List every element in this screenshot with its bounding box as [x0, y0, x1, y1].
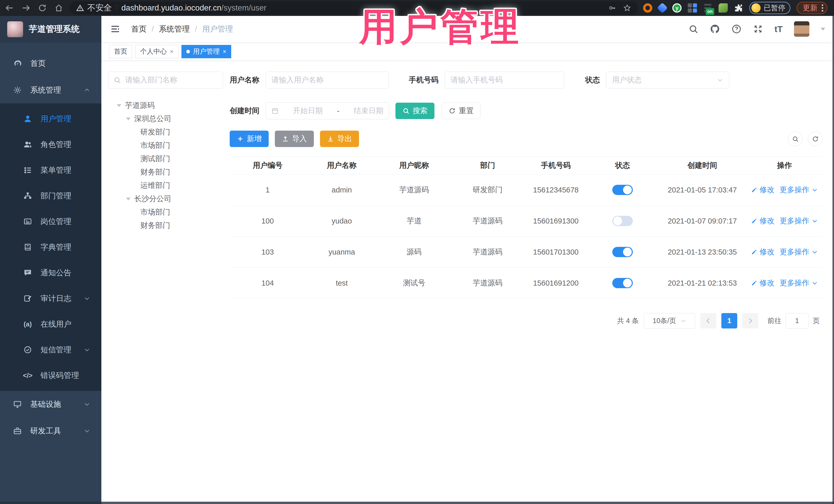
edit-link[interactable]: 修改: [751, 278, 774, 288]
tree-node[interactable]: 运维部门: [108, 179, 223, 192]
sidebar-item-error-code[interactable]: </>错误码管理: [0, 363, 101, 388]
github-icon[interactable]: [710, 24, 720, 34]
tree-node[interactable]: 长沙分公司: [108, 192, 223, 205]
browser-back-icon[interactable]: [5, 4, 14, 12]
add-button[interactable]: 新增: [230, 131, 269, 147]
status-toggle[interactable]: [612, 216, 633, 226]
edit-link[interactable]: 修改: [751, 185, 774, 195]
browser-profile-badge[interactable]: 已暂停: [749, 2, 790, 14]
status-select[interactable]: 用户状态: [606, 72, 729, 89]
prev-page-button[interactable]: [700, 313, 716, 328]
address-bar[interactable]: 不安全 dashboard.yudao.iocoder.cn/system/us…: [69, 2, 638, 14]
app-logo-row[interactable]: 芋道管理系统: [0, 16, 101, 42]
header-search-icon[interactable]: [688, 24, 699, 34]
tree-node[interactable]: 市场部门: [108, 139, 223, 152]
import-button-label: 导入: [292, 134, 307, 144]
tree-node[interactable]: 深圳总公司: [108, 112, 223, 126]
status-toggle[interactable]: [612, 247, 633, 257]
chevron-down-icon: [82, 346, 92, 353]
goto-page-input[interactable]: 1: [786, 313, 809, 328]
extension-ring-icon[interactable]: [643, 3, 652, 13]
sidebar-item-sms[interactable]: 短信管理: [0, 337, 101, 363]
fullscreen-icon[interactable]: [753, 24, 763, 34]
security-warning[interactable]: 不安全: [76, 2, 112, 14]
password-key-icon[interactable]: [608, 4, 616, 12]
extension-leaf-icon[interactable]: [719, 3, 728, 13]
refresh-table-button[interactable]: [808, 131, 823, 146]
sidebar-item-label: 岗位管理: [41, 216, 71, 227]
extensions-puzzle-icon[interactable]: [734, 3, 743, 13]
tree-node[interactable]: 财务部门: [108, 166, 223, 179]
tree-expand-caret-icon[interactable]: [126, 198, 131, 200]
edit-link[interactable]: 修改: [751, 216, 774, 226]
mobile-input[interactable]: 请输入手机号码: [445, 72, 564, 89]
export-button[interactable]: 导出: [320, 131, 359, 147]
font-size-icon[interactable]: tT: [774, 25, 783, 34]
sidebar-item-audit-log[interactable]: 审计日志: [0, 286, 101, 311]
sidebar-item-dept-management[interactable]: 部门管理: [0, 183, 101, 209]
browser-reload-icon[interactable]: [38, 4, 47, 12]
breadcrumb-item[interactable]: 首页: [131, 24, 147, 35]
status-toggle[interactable]: [612, 185, 633, 195]
sidebar-item-online-users[interactable]: (a)在线用户: [0, 311, 101, 337]
sidebar-item-user-management[interactable]: 用户管理: [0, 106, 101, 132]
more-actions-link[interactable]: 更多操作: [780, 278, 818, 288]
avatar-caret-down-icon[interactable]: [821, 28, 825, 30]
sidebar-item-system[interactable]: 系统管理: [0, 77, 101, 104]
url-path: /system/user: [221, 3, 267, 12]
sidebar-item-home[interactable]: 首页: [0, 50, 101, 77]
tab-profile[interactable]: 个人中心×: [135, 45, 178, 58]
extension-gem-icon[interactable]: [657, 3, 668, 13]
tree-node[interactable]: 市场部门: [108, 205, 223, 219]
import-button[interactable]: 导入: [275, 131, 314, 147]
date-range-input[interactable]: 开始日期 - 结束日期: [266, 103, 389, 119]
tree-node[interactable]: 研发部门: [108, 126, 223, 139]
username-input[interactable]: 请输入用户名称: [266, 72, 389, 89]
help-question-icon[interactable]: [731, 24, 742, 34]
browser-home-icon[interactable]: [54, 4, 63, 12]
page-size-select[interactable]: 10条/页: [644, 313, 695, 328]
dept-search-input[interactable]: 请输入部门名称: [108, 72, 223, 89]
tab-label: 个人中心: [140, 47, 167, 56]
sidebar-item-devtools[interactable]: 研发工具: [0, 418, 101, 444]
sidebar-item-infrastructure[interactable]: 基础设施: [0, 391, 101, 418]
edit-link[interactable]: 修改: [751, 247, 774, 257]
browser-update-button[interactable]: 更新: [796, 2, 827, 14]
browser-menu-dots-icon[interactable]: [822, 4, 823, 12]
tree-expand-caret-icon[interactable]: [126, 117, 131, 120]
tree-node[interactable]: 财务部门: [108, 219, 223, 232]
tree-expand-caret-icon[interactable]: [117, 104, 122, 107]
close-icon[interactable]: ×: [223, 48, 226, 55]
toggle-search-button[interactable]: [788, 131, 803, 146]
dept-search-placeholder: 请输入部门名称: [125, 75, 177, 85]
current-page-button[interactable]: 1: [721, 313, 737, 328]
cell-id: 100: [230, 205, 306, 237]
search-button[interactable]: 搜索: [395, 103, 435, 119]
tree-node[interactable]: 测试部门: [108, 152, 223, 166]
extension-green-icon[interactable]: y: [672, 3, 682, 13]
sidebar-item-menu-management[interactable]: 菜单管理: [0, 157, 101, 183]
tab-user-management[interactable]: 用户管理×: [181, 45, 231, 58]
browser-forward-icon[interactable]: [22, 4, 30, 12]
more-actions-link[interactable]: 更多操作: [780, 216, 818, 226]
sidebar-item-notice[interactable]: 通知公告: [0, 260, 101, 286]
bookmark-star-icon[interactable]: [623, 4, 631, 12]
breadcrumb-item[interactable]: 系统管理: [159, 24, 190, 35]
user-avatar[interactable]: [794, 21, 809, 37]
tab-home[interactable]: 首页: [109, 45, 132, 58]
sidebar-item-dict-management[interactable]: 字典管理: [0, 234, 101, 260]
table-row: 100yudao芋道芋道源码156016913002021-01-07 09:0…: [230, 205, 823, 237]
status-toggle[interactable]: [612, 278, 633, 288]
next-page-button[interactable]: [742, 313, 758, 328]
extension-grid-icon[interactable]: [688, 3, 697, 13]
sidebar-item-role-management[interactable]: 角色管理: [0, 132, 101, 157]
more-actions-link[interactable]: 更多操作: [780, 185, 818, 195]
sidebar-item-post-management[interactable]: 岗位管理: [0, 209, 101, 234]
close-icon[interactable]: ×: [170, 48, 174, 55]
extension-switch-icon[interactable]: on: [703, 3, 712, 13]
sidebar: 芋道管理系统 首页系统管理用户管理角色管理菜单管理部门管理岗位管理字典管理通知公…: [0, 16, 101, 504]
more-actions-link[interactable]: 更多操作: [780, 247, 818, 257]
hamburger-icon[interactable]: [110, 24, 120, 34]
tree-node[interactable]: 芋道源码: [108, 99, 223, 112]
reset-button[interactable]: 重置: [442, 103, 481, 119]
